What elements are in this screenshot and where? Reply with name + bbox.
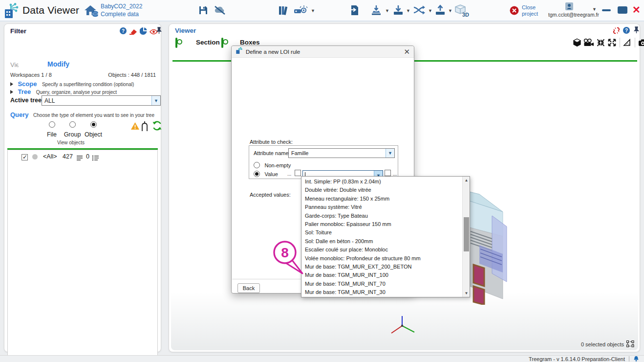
viewer-help-icon[interactable]: ? <box>623 27 630 36</box>
eraser-icon[interactable] <box>129 28 137 37</box>
tree-row-label: <All> <box>43 153 57 160</box>
camera-view-icon[interactable] <box>583 39 594 48</box>
scope-expander-icon[interactable] <box>10 82 13 86</box>
dropdown-list-item[interactable]: Int. Simple: PP (0.83m x 2.04m) <box>301 178 462 186</box>
close-project-label[interactable]: Close project <box>522 4 543 17</box>
notification-bell-icon[interactable] <box>633 356 639 362</box>
cube-3d-icon[interactable]: 3D <box>454 4 469 20</box>
dialog-close-icon[interactable]: ✕ <box>404 47 410 56</box>
radio-file[interactable]: File <box>44 121 59 138</box>
tree-row-checkbox[interactable] <box>21 154 28 160</box>
value-ellipsis-left[interactable]: ... <box>287 171 291 177</box>
library-icon[interactable] <box>278 4 289 18</box>
refresh-icon[interactable] <box>152 120 162 133</box>
list-lines-icon <box>76 154 83 163</box>
dropdown-list-item[interactable]: Mur de base: TGM_MUR_INT_100 <box>301 271 462 279</box>
close-window-button[interactable]: ✕ <box>632 6 641 14</box>
dropdown-list-item[interactable]: Panneau système: Vitré <box>301 203 462 211</box>
active-tree-select[interactable]: ALL ▼ <box>42 95 161 106</box>
pie-chart-icon[interactable] <box>140 27 147 37</box>
pin-icon[interactable] <box>156 27 162 36</box>
cloud-disconnected-icon[interactable] <box>214 5 226 18</box>
filter-title: Filter <box>10 27 26 35</box>
dropdown-list-item[interactable]: Mur de base: TGM_MUR_EXT_200_BETON <box>301 263 462 271</box>
minimize-button[interactable] <box>602 9 611 11</box>
value-option[interactable]: Value <box>254 169 278 178</box>
view-cube-icon[interactable] <box>573 38 581 49</box>
close-project-icon[interactable] <box>510 6 519 17</box>
database-icon <box>92 11 99 20</box>
tree-row-count2: 0 <box>86 153 89 160</box>
broken-link-icon[interactable] <box>613 27 620 36</box>
boxes-toggle[interactable] <box>221 38 223 48</box>
attribute-name-chevron-icon[interactable]: ▼ <box>386 149 394 158</box>
query-hint: Choose the type of element you want to s… <box>33 113 154 118</box>
application-window: Data Viewer BabyCO2_2022 Complete data <box>0 0 644 362</box>
scrollbar-thumb[interactable] <box>464 217 469 251</box>
tree-expander-icon[interactable] <box>10 90 13 94</box>
import-stamp-icon[interactable] <box>370 4 383 18</box>
import-dropdown-caret[interactable]: ▼ <box>385 8 389 13</box>
viewer-pin-icon[interactable] <box>633 26 640 36</box>
dropdown-list-item[interactable]: Escalier coulé sur place: Monobloc <box>301 246 462 254</box>
non-empty-option[interactable]: Non-empty <box>254 160 291 169</box>
expand-icon[interactable] <box>608 39 616 48</box>
value-checkbox-left[interactable] <box>295 170 301 176</box>
boxes-toggle-label: Boxes <box>240 39 260 46</box>
dialog-app-icon <box>236 47 243 56</box>
upload-dropdown-caret[interactable]: ▼ <box>448 8 452 13</box>
upload-icon[interactable] <box>434 4 446 18</box>
scope-label[interactable]: Scope <box>18 80 37 88</box>
dropdown-list-item[interactable]: Palier monobloc: Epaisseur 150 mm <box>301 220 462 228</box>
user-email[interactable]: tgm.cclot@treegram.fr <box>548 12 599 18</box>
radio-group[interactable]: Group <box>62 121 83 138</box>
section-toggle[interactable] <box>175 38 177 48</box>
attribute-name-select[interactable]: Famille ▼ <box>288 148 395 158</box>
user-dropdown-caret[interactable]: ▼ <box>592 7 597 12</box>
selection-box-icon[interactable] <box>626 340 634 348</box>
export-document-icon[interactable] <box>349 4 361 18</box>
tree-section-header[interactable]: Tree Query, organize, analyse your proje… <box>10 87 117 96</box>
active-tree-label: Active tree <box>10 97 42 104</box>
dropdown-list-item[interactable]: Meneau rectangulaire: 150 x 25mm <box>301 195 462 203</box>
help-icon[interactable]: ? <box>120 27 127 36</box>
radio-object-circle[interactable] <box>90 121 97 128</box>
dropdown-list-item[interactable]: Mur de base: TGM_MUR_INT_30 <box>301 288 462 296</box>
screenshot-camera-icon[interactable] <box>638 39 644 48</box>
download-dropdown-caret[interactable]: ▼ <box>406 8 410 13</box>
dropdown-list-item[interactable]: Sol: Dalle en béton - 200mm <box>301 237 462 246</box>
tree-structure-icon[interactable] <box>140 121 150 134</box>
fit-compress-icon[interactable] <box>597 39 605 48</box>
projector-dropdown-caret[interactable]: ▼ <box>311 8 315 13</box>
projector-icon[interactable] <box>293 5 308 19</box>
dropdown-list-item[interactable]: Double vitrée: Double vitrée <box>301 186 462 194</box>
tree-list: <All> 427 0 <box>7 150 158 362</box>
dropdown-list-item[interactable]: Sol: Toiture <box>301 228 462 237</box>
dropdown-list-item[interactable]: Volée monobloc: Profondeur de structure … <box>301 254 462 263</box>
radio-group-circle[interactable] <box>69 121 76 128</box>
maximize-button[interactable] <box>618 6 627 14</box>
dropdown-scrollbar[interactable]: ▲ ▼ <box>462 177 470 297</box>
non-empty-radio[interactable] <box>254 162 260 168</box>
download-icon[interactable] <box>392 4 404 18</box>
radio-file-circle[interactable] <box>49 121 55 128</box>
scroll-up-icon[interactable]: ▲ <box>463 177 470 184</box>
tree-label[interactable]: Tree <box>18 88 31 95</box>
shuffle-dropdown-caret[interactable]: ▼ <box>428 8 432 13</box>
radio-file-label: File <box>47 131 57 138</box>
value-radio[interactable] <box>254 171 260 177</box>
save-icon[interactable] <box>198 5 209 18</box>
project-name[interactable]: BabyCO2_2022 <box>101 3 142 10</box>
dropdown-list-item[interactable]: Garde-corps: Type Bateau <box>301 212 462 220</box>
shuffle-icon[interactable] <box>413 5 426 18</box>
status-bar: Treegram - v 1.6.14.0 Preparation-Client <box>0 355 644 362</box>
dialog-titlebar[interactable]: Define a new LOI rule ✕ <box>232 46 414 58</box>
tree-row-all[interactable]: <All> 427 0 <box>8 153 157 162</box>
app-logo-icon <box>4 2 20 21</box>
dropdown-list-item[interactable]: Mur de base: TGM_MUR_INT_70 <box>301 280 462 288</box>
back-button[interactable]: Back <box>237 283 260 293</box>
radio-object[interactable]: Object <box>83 121 104 138</box>
scroll-down-icon[interactable]: ▼ <box>463 290 470 297</box>
active-tree-chevron-icon[interactable]: ▼ <box>151 96 160 105</box>
measure-icon[interactable] <box>623 39 632 48</box>
